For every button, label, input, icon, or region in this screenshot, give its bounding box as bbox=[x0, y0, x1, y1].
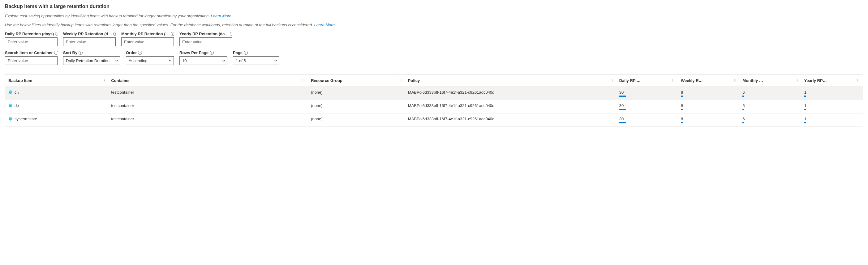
info-icon[interactable]: i bbox=[138, 51, 142, 55]
cube-icon bbox=[8, 103, 13, 108]
col-yearly-text: Yearly RP… bbox=[804, 78, 827, 83]
cell-monthly: 6 bbox=[739, 113, 801, 127]
rows-label-text: Rows Per Page bbox=[179, 51, 209, 55]
col-yearly[interactable]: Yearly RP…↑↓ bbox=[801, 74, 863, 87]
metric-monthly: 6 bbox=[742, 103, 798, 110]
col-resource-group[interactable]: Resource Group↑↓ bbox=[308, 74, 405, 87]
info-icon[interactable]: i bbox=[79, 51, 83, 55]
cell-backup-item: c:\ bbox=[5, 87, 108, 100]
cell-daily: 30 bbox=[616, 100, 678, 113]
metric-bar bbox=[742, 122, 744, 123]
col-backup-item-text: Backup Item bbox=[8, 78, 32, 83]
info-icon[interactable]: i bbox=[54, 51, 58, 55]
metric-bar-bg bbox=[619, 109, 635, 110]
order-select[interactable]: Ascending bbox=[126, 56, 174, 65]
metric-yearly-value: 1 bbox=[804, 103, 860, 108]
metric-bar-bg bbox=[681, 122, 696, 123]
col-daily-text: Daily RP … bbox=[619, 78, 641, 83]
daily-rp-label-text: Daily RP Retention (days) bbox=[5, 32, 54, 36]
col-container[interactable]: Container↑↓ bbox=[108, 74, 308, 87]
metric-bar bbox=[619, 122, 626, 123]
cell-weekly: 8 bbox=[678, 100, 739, 113]
info-icon[interactable]: i bbox=[113, 32, 116, 36]
sortby-select[interactable]: Daily Retention Duration bbox=[63, 56, 120, 65]
col-container-text: Container bbox=[111, 78, 130, 83]
metric-bar-bg bbox=[619, 96, 635, 97]
yearly-rp-input[interactable] bbox=[179, 37, 232, 46]
sort-icon: ↑↓ bbox=[610, 78, 613, 82]
weekly-rp-label-text: Weekly RP Retention (d… bbox=[63, 32, 112, 36]
metric-yearly: 1 bbox=[804, 103, 860, 110]
col-daily[interactable]: Daily RP …↑↓ bbox=[616, 74, 678, 87]
learn-more-link-2[interactable]: Learn More bbox=[314, 23, 334, 27]
search-input[interactable] bbox=[5, 56, 58, 65]
weekly-rp-input[interactable] bbox=[63, 37, 116, 46]
metric-bar bbox=[742, 109, 744, 110]
metric-weekly: 8 bbox=[681, 103, 736, 110]
info-icon[interactable]: i bbox=[171, 32, 174, 36]
sort-icon: ↑↓ bbox=[102, 78, 105, 82]
cell-weekly: 8 bbox=[678, 87, 739, 100]
metric-yearly-value: 1 bbox=[804, 117, 860, 121]
metric-bar bbox=[681, 96, 683, 97]
metric-daily: 30 bbox=[619, 103, 675, 110]
metric-bar bbox=[681, 109, 683, 110]
info-icon[interactable]: i bbox=[244, 51, 248, 55]
metric-yearly-value: 1 bbox=[804, 90, 860, 95]
col-weekly[interactable]: Weekly R…↑↓ bbox=[678, 74, 739, 87]
metric-bar bbox=[804, 96, 806, 97]
weekly-rp-label: Weekly RP Retention (d… i bbox=[63, 32, 116, 36]
cell-policy: MABPol6d333bff-16f7-4e1f-a321-c9261adc04… bbox=[405, 113, 616, 127]
rows-value: 10 bbox=[182, 59, 187, 63]
rows-per-page-select[interactable]: 10 bbox=[179, 56, 227, 65]
results-table-wrap: Backup Item↑↓ Container↑↓ Resource Group… bbox=[5, 74, 863, 127]
metric-yearly: 1 bbox=[804, 90, 860, 97]
sortby-label-text: Sort By bbox=[63, 51, 78, 55]
metric-monthly-value: 6 bbox=[742, 103, 798, 108]
metric-daily-value: 30 bbox=[619, 117, 675, 121]
metric-monthly-value: 6 bbox=[742, 90, 798, 95]
monthly-rp-input[interactable] bbox=[121, 37, 174, 46]
cell-container: testcontainer bbox=[108, 100, 308, 113]
info-icon[interactable]: i bbox=[210, 51, 214, 55]
page-value: 1 of 5 bbox=[236, 59, 246, 63]
col-backup-item[interactable]: Backup Item↑↓ bbox=[5, 74, 108, 87]
yearly-rp-label-text: Yearly RP Retention (da… bbox=[179, 32, 228, 36]
monthly-rp-label: Monthly RP Retention (… i bbox=[121, 32, 174, 36]
cell-monthly: 6 bbox=[739, 100, 801, 113]
table-row[interactable]: d:\testcontainer(none)MABPol6d333bff-16f… bbox=[5, 100, 863, 113]
cell-yearly: 1 bbox=[801, 113, 863, 127]
desc1-text: Explore cost-saving opportunities by ide… bbox=[5, 13, 210, 18]
cell-backup-item: d:\ bbox=[5, 100, 108, 113]
table-row[interactable]: system statetestcontainer(none)MABPol6d3… bbox=[5, 113, 863, 127]
col-policy-text: Policy bbox=[408, 78, 420, 83]
info-icon[interactable]: i bbox=[230, 32, 232, 36]
sort-icon: ↑↓ bbox=[734, 78, 736, 82]
learn-more-link-1[interactable]: Learn More bbox=[211, 13, 231, 18]
order-label-text: Order bbox=[126, 51, 137, 55]
cell-policy: MABPol6d333bff-16f7-4e1f-a321-c9261adc04… bbox=[405, 87, 616, 100]
page-select[interactable]: 1 of 5 bbox=[233, 56, 279, 65]
page-label: Page i bbox=[233, 51, 279, 55]
daily-rp-input[interactable] bbox=[5, 37, 58, 46]
cell-backup-item: system state bbox=[5, 113, 108, 127]
cell-container: testcontainer bbox=[108, 113, 308, 127]
chevron-down-icon bbox=[222, 59, 225, 62]
metric-weekly-value: 8 bbox=[681, 117, 736, 121]
sortby-label: Sort By i bbox=[63, 51, 116, 55]
cell-daily: 30 bbox=[616, 87, 678, 100]
metric-weekly-value: 8 bbox=[681, 90, 736, 95]
page-title: Backup Items with a large retention dura… bbox=[5, 4, 863, 9]
metric-bar bbox=[804, 122, 806, 123]
metric-bar-bg bbox=[742, 122, 758, 123]
sort-icon: ↑↓ bbox=[795, 78, 798, 82]
table-row[interactable]: c:\testcontainer(none)MABPol6d333bff-16f… bbox=[5, 87, 863, 100]
cell-yearly: 1 bbox=[801, 87, 863, 100]
metric-weekly: 8 bbox=[681, 90, 736, 97]
metric-bar bbox=[619, 109, 626, 110]
info-icon[interactable]: i bbox=[55, 32, 58, 36]
col-monthly[interactable]: Monthly …↑↓ bbox=[739, 74, 801, 87]
chevron-down-icon bbox=[168, 59, 172, 62]
filters-row-2: Search Item or Container i Sort By i Dai… bbox=[5, 51, 863, 65]
col-policy[interactable]: Policy↑↓ bbox=[405, 74, 616, 87]
